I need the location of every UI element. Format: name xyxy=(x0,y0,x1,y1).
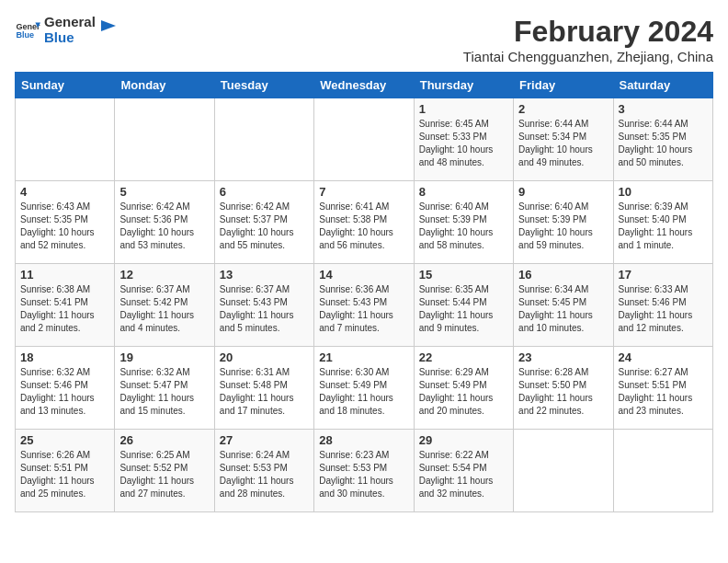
title-block: February 2024 Tiantai Chengguanzhen, Zhe… xyxy=(463,15,713,64)
day-number: 1 xyxy=(419,102,508,116)
calendar-cell: 25Sunrise: 6:26 AM Sunset: 5:51 PM Dayli… xyxy=(16,430,115,512)
day-info: Sunrise: 6:28 AM Sunset: 5:50 PM Dayligh… xyxy=(518,366,608,418)
day-number: 11 xyxy=(20,268,109,282)
day-number: 10 xyxy=(619,185,708,199)
calendar-cell: 24Sunrise: 6:27 AM Sunset: 5:51 PM Dayli… xyxy=(613,347,712,430)
calendar-cell: 5Sunrise: 6:42 AM Sunset: 5:36 PM Daylig… xyxy=(115,181,214,264)
day-number: 2 xyxy=(518,102,608,116)
calendar-cell: 12Sunrise: 6:37 AM Sunset: 5:42 PM Dayli… xyxy=(115,264,214,347)
day-info: Sunrise: 6:23 AM Sunset: 5:53 PM Dayligh… xyxy=(319,449,408,500)
day-info: Sunrise: 6:26 AM Sunset: 5:51 PM Dayligh… xyxy=(20,449,109,500)
day-info: Sunrise: 6:24 AM Sunset: 5:53 PM Dayligh… xyxy=(220,449,309,500)
day-number: 26 xyxy=(119,433,209,447)
day-info: Sunrise: 6:27 AM Sunset: 5:51 PM Dayligh… xyxy=(619,366,708,418)
day-number: 12 xyxy=(119,268,209,282)
day-number: 23 xyxy=(518,350,608,364)
day-info: Sunrise: 6:37 AM Sunset: 5:43 PM Dayligh… xyxy=(220,283,309,335)
calendar-header-sunday: Sunday xyxy=(16,73,115,98)
day-number: 27 xyxy=(220,433,309,447)
calendar-cell: 6Sunrise: 6:42 AM Sunset: 5:37 PM Daylig… xyxy=(214,181,313,264)
calendar-cell: 21Sunrise: 6:30 AM Sunset: 5:49 PM Dayli… xyxy=(314,347,414,430)
day-number: 14 xyxy=(319,268,408,282)
day-number: 17 xyxy=(619,268,708,282)
calendar-cell: 13Sunrise: 6:37 AM Sunset: 5:43 PM Dayli… xyxy=(214,264,313,347)
calendar-cell: 9Sunrise: 6:40 AM Sunset: 5:39 PM Daylig… xyxy=(514,181,613,264)
calendar-cell xyxy=(115,98,214,181)
calendar-header-monday: Monday xyxy=(115,73,214,98)
calendar-week-row: 25Sunrise: 6:26 AM Sunset: 5:51 PM Dayli… xyxy=(16,430,713,512)
page-title: February 2024 xyxy=(463,15,713,49)
calendar-week-row: 11Sunrise: 6:38 AM Sunset: 5:41 PM Dayli… xyxy=(16,264,713,347)
calendar-cell: 3Sunrise: 6:44 AM Sunset: 5:35 PM Daylig… xyxy=(613,98,712,181)
calendar-cell: 10Sunrise: 6:39 AM Sunset: 5:40 PM Dayli… xyxy=(613,181,712,264)
day-info: Sunrise: 6:33 AM Sunset: 5:46 PM Dayligh… xyxy=(619,283,708,335)
day-info: Sunrise: 6:40 AM Sunset: 5:39 PM Dayligh… xyxy=(419,201,508,252)
calendar-cell xyxy=(514,430,613,512)
calendar-cell: 19Sunrise: 6:32 AM Sunset: 5:47 PM Dayli… xyxy=(115,347,214,430)
day-info: Sunrise: 6:44 AM Sunset: 5:34 PM Dayligh… xyxy=(518,118,608,169)
day-info: Sunrise: 6:25 AM Sunset: 5:52 PM Dayligh… xyxy=(119,449,209,500)
day-number: 8 xyxy=(419,185,508,199)
day-number: 4 xyxy=(20,185,109,199)
day-number: 20 xyxy=(220,350,309,364)
day-number: 18 xyxy=(20,350,109,364)
day-number: 15 xyxy=(419,268,508,282)
svg-marker-3 xyxy=(101,20,116,31)
day-info: Sunrise: 6:45 AM Sunset: 5:33 PM Dayligh… xyxy=(419,118,508,169)
calendar-cell: 1Sunrise: 6:45 AM Sunset: 5:33 PM Daylig… xyxy=(414,98,513,181)
page-subtitle: Tiantai Chengguanzhen, Zhejiang, China xyxy=(463,49,713,64)
calendar-header-row: SundayMondayTuesdayWednesdayThursdayFrid… xyxy=(16,73,713,98)
day-number: 5 xyxy=(119,185,209,199)
day-info: Sunrise: 6:43 AM Sunset: 5:35 PM Dayligh… xyxy=(20,201,109,252)
calendar-cell: 17Sunrise: 6:33 AM Sunset: 5:46 PM Dayli… xyxy=(613,264,712,347)
calendar-cell: 18Sunrise: 6:32 AM Sunset: 5:46 PM Dayli… xyxy=(16,347,115,430)
calendar-cell: 8Sunrise: 6:40 AM Sunset: 5:39 PM Daylig… xyxy=(414,181,513,264)
day-info: Sunrise: 6:32 AM Sunset: 5:46 PM Dayligh… xyxy=(20,366,109,418)
day-info: Sunrise: 6:31 AM Sunset: 5:48 PM Dayligh… xyxy=(220,366,309,418)
day-number: 7 xyxy=(319,185,408,199)
calendar-cell: 14Sunrise: 6:36 AM Sunset: 5:43 PM Dayli… xyxy=(314,264,414,347)
calendar-cell: 26Sunrise: 6:25 AM Sunset: 5:52 PM Dayli… xyxy=(115,430,214,512)
calendar-week-row: 18Sunrise: 6:32 AM Sunset: 5:46 PM Dayli… xyxy=(16,347,713,430)
calendar-cell: 2Sunrise: 6:44 AM Sunset: 5:34 PM Daylig… xyxy=(514,98,613,181)
logo-icon: General Blue xyxy=(15,17,40,43)
day-info: Sunrise: 6:44 AM Sunset: 5:35 PM Dayligh… xyxy=(619,118,708,169)
calendar-header-tuesday: Tuesday xyxy=(214,73,313,98)
day-info: Sunrise: 6:41 AM Sunset: 5:38 PM Dayligh… xyxy=(319,201,408,252)
day-number: 28 xyxy=(319,433,408,447)
calendar-cell: 22Sunrise: 6:29 AM Sunset: 5:49 PM Dayli… xyxy=(414,347,513,430)
day-number: 19 xyxy=(119,350,209,364)
calendar-cell: 29Sunrise: 6:22 AM Sunset: 5:54 PM Dayli… xyxy=(414,430,513,512)
logo-blue: Blue xyxy=(44,30,96,46)
calendar-header-wednesday: Wednesday xyxy=(314,73,414,98)
calendar-cell: 23Sunrise: 6:28 AM Sunset: 5:50 PM Dayli… xyxy=(514,347,613,430)
day-info: Sunrise: 6:40 AM Sunset: 5:39 PM Dayligh… xyxy=(518,201,608,252)
calendar-table: SundayMondayTuesdayWednesdayThursdayFrid… xyxy=(15,72,713,512)
calendar-week-row: 1Sunrise: 6:45 AM Sunset: 5:33 PM Daylig… xyxy=(16,98,713,181)
calendar-header-saturday: Saturday xyxy=(613,73,712,98)
day-number: 3 xyxy=(619,102,708,116)
logo-general: General xyxy=(44,15,96,30)
calendar-cell xyxy=(214,98,313,181)
day-info: Sunrise: 6:38 AM Sunset: 5:41 PM Dayligh… xyxy=(20,283,109,335)
calendar-header-thursday: Thursday xyxy=(414,73,513,98)
calendar-cell: 20Sunrise: 6:31 AM Sunset: 5:48 PM Dayli… xyxy=(214,347,313,430)
day-number: 22 xyxy=(419,350,508,364)
calendar-cell: 27Sunrise: 6:24 AM Sunset: 5:53 PM Dayli… xyxy=(214,430,313,512)
logo-flag-icon xyxy=(99,20,116,40)
day-number: 9 xyxy=(518,185,608,199)
calendar-body: 1Sunrise: 6:45 AM Sunset: 5:33 PM Daylig… xyxy=(16,98,713,512)
day-info: Sunrise: 6:29 AM Sunset: 5:49 PM Dayligh… xyxy=(419,366,508,418)
day-info: Sunrise: 6:30 AM Sunset: 5:49 PM Dayligh… xyxy=(319,366,408,418)
calendar-header-friday: Friday xyxy=(514,73,613,98)
logo: General Blue General Blue xyxy=(15,15,116,45)
calendar-cell: 11Sunrise: 6:38 AM Sunset: 5:41 PM Dayli… xyxy=(16,264,115,347)
day-info: Sunrise: 6:37 AM Sunset: 5:42 PM Dayligh… xyxy=(119,283,209,335)
calendar-cell: 16Sunrise: 6:34 AM Sunset: 5:45 PM Dayli… xyxy=(514,264,613,347)
day-info: Sunrise: 6:22 AM Sunset: 5:54 PM Dayligh… xyxy=(419,449,508,500)
calendar-cell: 7Sunrise: 6:41 AM Sunset: 5:38 PM Daylig… xyxy=(314,181,414,264)
day-number: 21 xyxy=(319,350,408,364)
day-info: Sunrise: 6:35 AM Sunset: 5:44 PM Dayligh… xyxy=(419,283,508,335)
day-info: Sunrise: 6:42 AM Sunset: 5:36 PM Dayligh… xyxy=(119,201,209,252)
calendar-cell: 28Sunrise: 6:23 AM Sunset: 5:53 PM Dayli… xyxy=(314,430,414,512)
